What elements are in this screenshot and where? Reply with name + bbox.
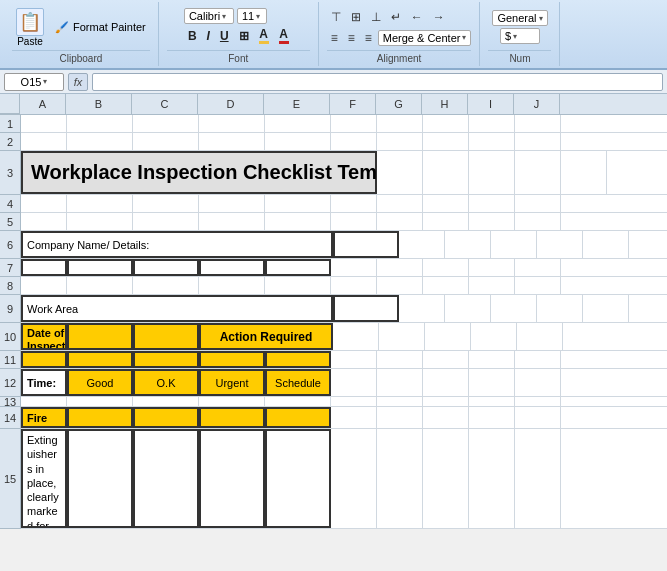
col-header-g[interactable]: G (376, 94, 422, 114)
cell-d2[interactable] (199, 133, 265, 150)
cell-f12[interactable] (331, 369, 377, 396)
cell-f1[interactable] (331, 115, 377, 132)
cell-h12[interactable] (423, 369, 469, 396)
cell-d4[interactable] (199, 195, 265, 212)
cell-h10[interactable] (425, 323, 471, 350)
row-header-12[interactable]: 12 (0, 369, 20, 397)
number-format-dropdown[interactable]: General ▾ (492, 10, 547, 26)
cell-h9[interactable] (491, 295, 537, 322)
cell-j7[interactable] (515, 259, 561, 276)
cell-work-area[interactable]: Work Area (21, 295, 333, 322)
cell-g1[interactable] (377, 115, 423, 132)
cell-b10[interactable] (67, 323, 133, 350)
cell-h4[interactable] (423, 195, 469, 212)
cell-reference[interactable]: O15 ▾ (4, 73, 64, 91)
cell-c8[interactable] (133, 277, 199, 294)
cell-f8[interactable] (331, 277, 377, 294)
align-middle-button[interactable]: ⊞ (347, 7, 365, 27)
align-center-button[interactable]: ≡ (344, 28, 359, 48)
cell-c15[interactable] (133, 429, 199, 528)
bold-button[interactable]: B (184, 27, 201, 45)
row-header-3[interactable]: 3 (0, 151, 20, 195)
cell-a11[interactable] (21, 351, 67, 368)
cell-g3[interactable] (423, 151, 469, 194)
cell-b8[interactable] (67, 277, 133, 294)
underline-button[interactable]: U (216, 27, 233, 45)
cell-i11[interactable] (469, 351, 515, 368)
cell-h7[interactable] (423, 259, 469, 276)
cell-d7[interactable] (199, 259, 265, 276)
cell-a5[interactable] (21, 213, 67, 230)
cell-i7[interactable] (469, 259, 515, 276)
cell-b14[interactable] (67, 407, 133, 428)
cell-i15[interactable] (469, 429, 515, 528)
cell-e11[interactable] (265, 351, 331, 368)
cell-g11[interactable] (377, 351, 423, 368)
cell-c11[interactable] (133, 351, 199, 368)
cell-i1[interactable] (469, 115, 515, 132)
cell-f11[interactable] (331, 351, 377, 368)
row-header-9[interactable]: 9 (0, 295, 20, 323)
cell-g14[interactable] (377, 407, 423, 428)
cell-j6[interactable] (583, 231, 629, 258)
cell-g13[interactable] (377, 397, 423, 406)
cell-i3[interactable] (515, 151, 561, 194)
row-header-5[interactable]: 5 (0, 213, 20, 231)
cell-j11[interactable] (515, 351, 561, 368)
cell-i5[interactable] (469, 213, 515, 230)
cell-b5[interactable] (67, 213, 133, 230)
cell-f3[interactable] (377, 151, 423, 194)
row-header-7[interactable]: 7 (0, 259, 20, 277)
cell-b2[interactable] (67, 133, 133, 150)
cell-g10[interactable] (379, 323, 425, 350)
cell-c2[interactable] (133, 133, 199, 150)
row-header-15[interactable]: 15 (0, 429, 20, 529)
cell-e4[interactable] (265, 195, 331, 212)
cell-good-label[interactable]: Good (67, 369, 133, 396)
cell-g5[interactable] (377, 213, 423, 230)
cell-c7[interactable] (133, 259, 199, 276)
cell-a8[interactable] (21, 277, 67, 294)
cell-j10[interactable] (517, 323, 563, 350)
cell-urgent-label[interactable]: Urgent (199, 369, 265, 396)
cell-f5[interactable] (331, 213, 377, 230)
cell-h1[interactable] (423, 115, 469, 132)
cell-d11[interactable] (199, 351, 265, 368)
cell-b11[interactable] (67, 351, 133, 368)
col-header-f[interactable]: F (330, 94, 376, 114)
cell-h11[interactable] (423, 351, 469, 368)
currency-button[interactable]: $ ▾ (500, 28, 540, 44)
cell-f6[interactable] (399, 231, 445, 258)
highlight-button[interactable]: A (255, 25, 273, 46)
indent-more-button[interactable]: → (429, 7, 449, 27)
cell-h6[interactable] (491, 231, 537, 258)
formula-input[interactable] (92, 73, 663, 91)
cell-g8[interactable] (377, 277, 423, 294)
cell-g4[interactable] (377, 195, 423, 212)
cell-j3[interactable] (561, 151, 607, 194)
italic-button[interactable]: I (203, 27, 214, 45)
align-top-button[interactable]: ⊤ (327, 7, 345, 27)
cell-i2[interactable] (469, 133, 515, 150)
row-header-10[interactable]: 10 (0, 323, 20, 351)
cell-c14[interactable] (133, 407, 199, 428)
cell-j14[interactable] (515, 407, 561, 428)
cell-b1[interactable] (67, 115, 133, 132)
cell-f10[interactable] (333, 323, 379, 350)
cell-action-required[interactable]: Action Required (199, 323, 333, 350)
cell-d14[interactable] (199, 407, 265, 428)
cell-g2[interactable] (377, 133, 423, 150)
row-header-6[interactable]: 6 (0, 231, 20, 259)
cell-e15[interactable] (265, 429, 331, 528)
cell-j4[interactable] (515, 195, 561, 212)
cell-f13[interactable] (331, 397, 377, 406)
cell-i8[interactable] (469, 277, 515, 294)
cell-fire-label[interactable]: Fire (21, 407, 67, 428)
paste-button[interactable]: 📋 Paste (12, 6, 48, 49)
cell-f4[interactable] (331, 195, 377, 212)
cell-j15[interactable] (515, 429, 561, 528)
indent-less-button[interactable]: ← (407, 7, 427, 27)
cell-j13[interactable] (515, 397, 561, 406)
cell-b15[interactable] (67, 429, 133, 528)
cell-c13[interactable] (133, 397, 199, 406)
